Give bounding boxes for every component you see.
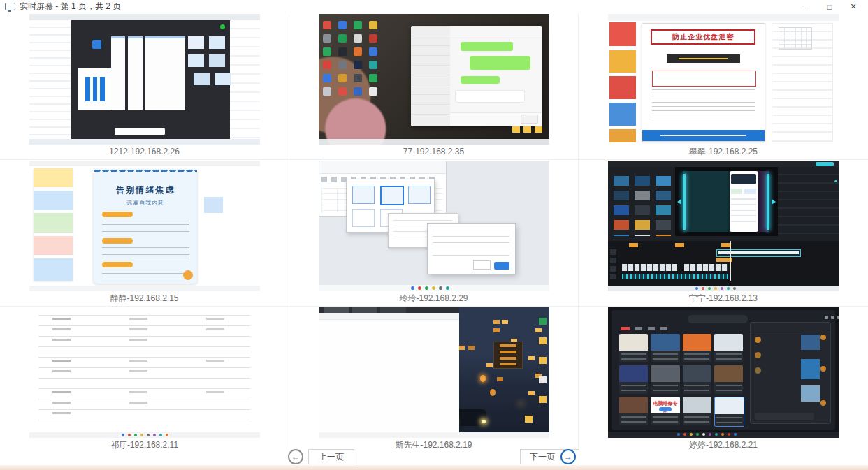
mini-cancel-button: [473, 260, 491, 270]
screen-tile[interactable]: 1212-192.168.2.26: [0, 13, 289, 160]
mini-chat-input: [755, 413, 814, 421]
mini-send-button: [521, 115, 538, 123]
screen-thumbnail[interactable]: [29, 307, 260, 438]
mini-text-lines: [653, 385, 678, 392]
mini-preview: [675, 167, 778, 236]
mini-layers-panel: [29, 20, 71, 138]
mini-contact-list: [411, 26, 450, 126]
mini-text-lines: [653, 416, 678, 424]
mini-text-lines: [621, 416, 646, 424]
mini-phone-frame: [171, 36, 185, 111]
mini-chat-header: [751, 323, 830, 332]
mini-section-pill: [102, 238, 133, 244]
mini-signboard: [493, 342, 523, 369]
screen-thumbnail[interactable]: [319, 307, 549, 438]
mini-video-thumb: [619, 365, 648, 382]
mini-lanterns: [480, 375, 486, 382]
mini-video-thumb: [714, 365, 743, 382]
mini-blank-page: [319, 313, 459, 432]
mini-clip-selected: [716, 249, 801, 257]
screen-label: 婷婷-192.168.2.21: [579, 440, 868, 450]
next-arrow-icon[interactable]: →: [560, 449, 576, 464]
prev-arrow-icon[interactable]: ←: [288, 449, 303, 464]
minimize-button[interactable]: –: [794, 0, 818, 13]
mini-thumbnail-chip: [204, 197, 222, 212]
screen-tile[interactable]: 77-192.168.2.35: [289, 13, 579, 160]
mini-app-icon: [92, 40, 101, 49]
mini-document: 防止企业优盘泄密: [642, 23, 765, 142]
screen-label: 77-192.168.2.35: [289, 147, 578, 157]
screen-thumbnail[interactable]: [608, 161, 839, 291]
prev-arrow-glyph: ←: [291, 452, 300, 462]
mini-text-lines: [716, 385, 741, 392]
screen-tile[interactable]: 祁厅-192.168.2.11: [0, 307, 289, 453]
screen-label: 1212-192.168.2.26: [0, 147, 289, 157]
mini-video-thumb: [651, 365, 679, 382]
mini-browser-bar: [29, 14, 260, 20]
mini-avatars: [755, 337, 761, 343]
screen-thumbnail[interactable]: [319, 161, 549, 291]
close-button[interactable]: ✕: [841, 0, 865, 13]
mini-phone-frame: [158, 36, 172, 111]
mini-poster-title: 告别情绪焦虑: [94, 184, 198, 196]
screen-label: 宁宁-192.168.2.13: [579, 293, 868, 304]
mini-desktop-icons: [539, 318, 547, 325]
screen-thumbnail[interactable]: 防止企业优盘泄密: [608, 14, 839, 145]
mini-phone-header: [731, 174, 756, 185]
mini-taskbar: [608, 432, 839, 438]
screen-thumbnail[interactable]: 告别情绪焦虑 远离自我内耗: [29, 161, 260, 291]
prev-page-button[interactable]: ← 上一页: [288, 449, 354, 464]
mini-text-lines: [684, 416, 709, 424]
screen-tile[interactable]: 玲玲-192.168.2.29: [289, 160, 579, 307]
screen-label: 祁厅-192.168.2.11: [0, 440, 289, 450]
screen-thumbnail[interactable]: [319, 14, 549, 145]
mini-search-bar: [688, 315, 748, 323]
mini-video-card: [714, 365, 743, 394]
mini-card-cluster: [188, 36, 204, 50]
mini-chevron-icon: [677, 199, 681, 205]
mini-chat-panel: [750, 322, 831, 425]
mini-app-window: 电脑维修专家: [612, 310, 835, 430]
mini-text-lines: [731, 198, 756, 224]
background-window-edge: [0, 465, 868, 470]
mini-text-lines: [621, 353, 646, 361]
mini-text-lines: [102, 247, 189, 258]
mini-taskbar: [608, 286, 839, 291]
mini-floating-toolbar: [115, 128, 166, 135]
mini-text-lines: [102, 221, 189, 235]
maximize-button[interactable]: □: [818, 0, 841, 13]
mini-video-thumb: [714, 334, 743, 351]
mini-neon-bar: [767, 174, 769, 229]
mini-media-thumbnails: [614, 176, 629, 186]
screen-tile[interactable]: 电脑维修专家 婷婷-192.168.2.21: [579, 307, 868, 453]
next-page-button[interactable]: 下一页 →: [520, 449, 579, 464]
next-arrow-glyph: →: [564, 452, 572, 462]
mini-properties-panel: [230, 20, 260, 138]
screen-tile[interactable]: 斯先生-192.168.2.19: [289, 307, 579, 453]
mini-table-lines: [38, 315, 251, 422]
mini-taskbar: [319, 432, 549, 438]
mini-poster-card: 告别情绪焦虑 远离自我内耗: [94, 170, 198, 284]
prev-page-label[interactable]: 上一页: [308, 449, 354, 464]
mini-clip-orange: [629, 243, 638, 247]
mini-track-headers: [610, 249, 616, 279]
mini-video-card: [714, 334, 743, 362]
mini-phone-frame: [145, 36, 159, 111]
mini-video-thumb: [715, 397, 744, 414]
mini-tabs: [621, 327, 670, 330]
mini-message-bubble: [455, 90, 525, 103]
mini-filmstrip: [684, 264, 728, 271]
next-page-box[interactable]: 下一页 →: [520, 449, 579, 464]
mini-video-card: [651, 334, 679, 362]
screen-tile[interactable]: 防止企业优盘泄密 翠翠-192.168.2.25: [579, 13, 868, 160]
mini-settings-panel: [778, 167, 839, 236]
mini-doc-title: 防止企业优盘泄密: [651, 29, 755, 45]
screen-tile[interactable]: 告别情绪焦虑 远离自我内耗 静静-192.168.2.15: [0, 160, 289, 307]
mini-video-card: [619, 397, 648, 425]
screen-tile[interactable]: 宁宁-192.168.2.13: [579, 160, 868, 307]
screen-thumbnail[interactable]: 电脑维修专家: [608, 307, 839, 438]
screen-thumbnail[interactable]: [29, 14, 260, 145]
mini-avatars: [820, 335, 826, 340]
mini-taskbar-icons: [411, 286, 414, 290]
mini-video-thumb: [683, 365, 711, 382]
